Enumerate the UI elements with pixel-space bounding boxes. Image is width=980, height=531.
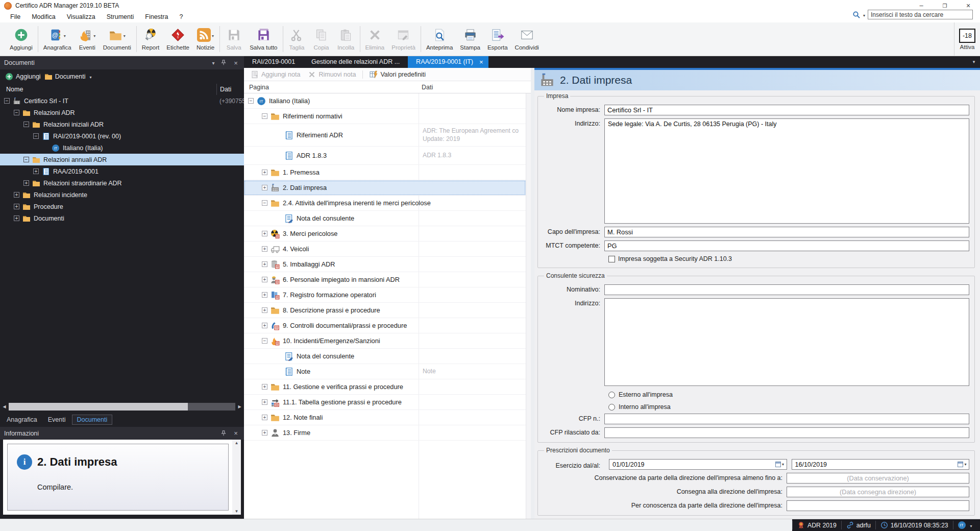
toolbar-button-salva[interactable]: Salva: [222, 22, 246, 56]
nominativo-field[interactable]: [604, 284, 969, 295]
vertical-scrollbar[interactable]: ▲ ▼: [232, 440, 241, 515]
scroll-down-icon[interactable]: ▼: [235, 509, 239, 514]
page-row-nota-del-consulente[interactable]: Nota del consulente: [244, 349, 526, 364]
scrollbar-thumb[interactable]: [9, 403, 188, 411]
toolbar-button-copia[interactable]: Copia: [309, 22, 334, 56]
document-tab-raa-2019-0001-it[interactable]: RAA/2019-0001 (IT): [408, 56, 488, 68]
expand-icon[interactable]: +: [262, 277, 267, 282]
toolbar-button-condividi[interactable]: Condividi: [511, 22, 543, 56]
expand-icon[interactable]: +: [262, 261, 267, 267]
chevron-down-icon[interactable]: [209, 60, 217, 66]
document-tab-gestione-delle-relazioni-adr[interactable]: Gestione delle relazioni ADR ...: [303, 56, 408, 68]
toolbar-button-elimina[interactable]: Elimina: [362, 22, 388, 56]
expand-icon[interactable]: +: [14, 215, 19, 221]
dock-tab-documenti[interactable]: Documenti: [72, 415, 113, 425]
consulente-indirizzo-field[interactable]: [604, 298, 969, 386]
toolbar-button-etichette[interactable]: 3Etichette: [163, 22, 193, 56]
cfp-da-field[interactable]: [604, 427, 969, 438]
search-dropdown-icon[interactable]: [863, 11, 865, 18]
menu-item-visualizza[interactable]: Visualizza: [61, 13, 101, 20]
expand-icon[interactable]: +: [262, 323, 267, 328]
tree-item-relazioni-annuali-adr[interactable]: −Relazioni annuali ADR: [0, 154, 244, 165]
page-row-riferimenti-adr[interactable]: Riferimenti ADRADR: The European Agreeme…: [244, 124, 526, 147]
mtct-field[interactable]: [604, 240, 969, 251]
tree-item-rai-2019-0001-rev-00[interactable]: −RAI/2019-0001 (rev. 00): [0, 130, 244, 142]
page-row-2-4-attivit-dell-impresa-inerenti-le-merci-pericolose[interactable]: −2.4. Attività dell'impresa inerenti le …: [244, 196, 526, 211]
menu-item-strumenti[interactable]: Strumenti: [101, 13, 140, 20]
vertical-scrollbar[interactable]: [526, 93, 531, 519]
pages-toolbar-button-valori-predefiniti[interactable]: Valori predefiniti: [367, 70, 428, 79]
page-row-2-dati-impresa[interactable]: +2. Dati impresa: [244, 180, 526, 196]
nome-impresa-field[interactable]: [604, 105, 969, 115]
page-row-11-gestione-e-verifica-prassi-e-procedure[interactable]: +11. Gestione e verifica prassi e proced…: [244, 379, 526, 395]
column-header-pagina[interactable]: Pagina: [244, 84, 269, 91]
tree-item-relazioni-iniziali-adr[interactable]: −Relazioni iniziali ADR: [0, 118, 244, 130]
tree-item-procedure[interactable]: +Procedure: [0, 201, 244, 212]
tree-item-italiano-italia[interactable]: ITItaliano (Italia): [0, 142, 244, 154]
horizontal-scrollbar[interactable]: ◀ ▶: [0, 402, 244, 411]
security-checkbox[interactable]: [608, 256, 615, 262]
expand-icon[interactable]: +: [262, 399, 267, 405]
consegna-field[interactable]: [787, 487, 969, 497]
dock-tab-anagrafica[interactable]: Anagrafica: [2, 415, 42, 424]
page-row-11-1-tabella-gestione-prassi-e-procedure[interactable]: +11.1. Tabella gestione prassi e procedu…: [244, 395, 526, 410]
conservazione-field[interactable]: [787, 473, 969, 484]
dock-tab-eventi[interactable]: Eventi: [43, 415, 70, 424]
collapse-icon[interactable]: −: [33, 133, 39, 139]
menu-item-modifica[interactable]: Modifica: [26, 13, 61, 20]
column-header-dati[interactable]: Dati: [216, 84, 231, 95]
column-header-nome[interactable]: Nome: [0, 86, 23, 93]
chevron-down-icon[interactable]: [124, 32, 126, 38]
page-row-5-imballaggi-adr[interactable]: +5. Imballaggi ADR: [244, 257, 526, 272]
toolbar-button-notizie[interactable]: Notizie: [193, 22, 218, 56]
menu-item-finestra[interactable]: Finestra: [139, 13, 174, 20]
toolbar-button-report[interactable]: Report: [138, 22, 163, 56]
tree-item-relazioni-incidente[interactable]: +Relazioni incidente: [0, 189, 244, 201]
collapse-icon[interactable]: −: [14, 110, 19, 115]
expand-icon[interactable]: +: [262, 246, 267, 252]
conoscenza-field[interactable]: [787, 500, 969, 511]
chevron-down-icon[interactable]: [64, 32, 66, 38]
cfp-field[interactable]: [604, 414, 969, 424]
expand-icon[interactable]: +: [262, 430, 267, 436]
collapse-icon[interactable]: −: [23, 157, 29, 162]
page-row-12-note-finali[interactable]: +12. Note finali: [244, 410, 526, 425]
page-row-note[interactable]: NoteNote: [244, 364, 526, 379]
toolbar-button-propriet[interactable]: Proprietà: [388, 22, 419, 56]
close-icon[interactable]: [232, 429, 240, 437]
page-row-9-controlli-documentali-prassi-e-procedure[interactable]: +9. Controlli documentali/prassi e proce…: [244, 318, 526, 333]
toolbar-button-esporta[interactable]: Esporta: [484, 22, 511, 56]
esercizio-al-field[interactable]: 16/10/2019: [792, 459, 970, 470]
esercizio-dal-field[interactable]: 01/01/2019: [609, 459, 787, 470]
scroll-up-icon[interactable]: ▲: [235, 441, 239, 445]
collapse-icon[interactable]: −: [248, 98, 254, 104]
status-item-16-10-2019-08-35-23[interactable]: 16/10/2019 08:35:23: [875, 521, 953, 529]
expand-icon[interactable]: +: [262, 307, 267, 313]
toolbar-button-documenti[interactable]: Documenti: [100, 22, 135, 56]
chevron-down-icon[interactable]: [212, 32, 214, 38]
expand-icon[interactable]: +: [14, 192, 19, 198]
close-icon[interactable]: [232, 59, 240, 67]
page-row-1-premessa[interactable]: +1. Premessa: [244, 165, 526, 180]
tree-item-raa-2019-0001[interactable]: +RAA/2019-0001: [0, 165, 244, 177]
panel-splitter[interactable]: [531, 68, 534, 519]
page-row-8-descrizione-prassi-e-procedure[interactable]: +8. Descrizione prassi e procedure: [244, 303, 526, 318]
expand-icon[interactable]: +: [33, 168, 39, 174]
expand-icon[interactable]: +: [262, 384, 267, 390]
toolbar-button-aggiungi[interactable]: Aggiungi: [6, 22, 36, 56]
page-row-3-merci-pericolose[interactable]: +3. Merci pericolose: [244, 226, 526, 242]
search-icon[interactable]: [852, 11, 861, 19]
page-row-10-incidenti-emergenze-sanzioni[interactable]: −10. Incidenti/Emergenze/Sanzioni: [244, 333, 526, 349]
toolbar-button-anagrafica[interactable]: @Anagrafica: [40, 22, 75, 56]
pages-toolbar-button-aggiungi-nota[interactable]: Aggiungi nota: [248, 70, 303, 79]
toolbar-button-eventi[interactable]: Eventi: [75, 22, 100, 56]
search-input[interactable]: [868, 10, 973, 19]
expand-icon[interactable]: +: [14, 204, 19, 209]
expand-icon[interactable]: +: [262, 292, 267, 298]
expand-icon[interactable]: +: [262, 185, 267, 190]
page-row-riferimenti-normativi[interactable]: −Riferimenti normativi: [244, 109, 526, 124]
page-row-6-personale-impiegato-in-mansioni-adr[interactable]: +6. Personale impiegato in mansioni ADR: [244, 272, 526, 287]
interno-radio[interactable]: [608, 404, 615, 411]
scroll-left-icon[interactable]: ◀: [0, 404, 9, 409]
add-button[interactable]: Aggiungi: [5, 73, 41, 81]
